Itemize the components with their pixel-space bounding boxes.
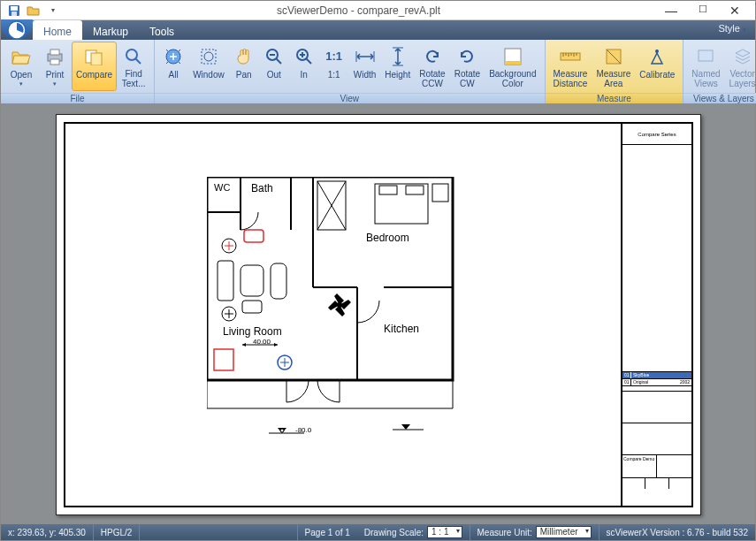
status-bar: x: 239.63, y: 405.30 HPGL/2 Page 1 of 1 … (1, 524, 755, 540)
calibrate-icon (646, 46, 668, 67)
printer-icon (44, 46, 65, 67)
rotate-ccw-button[interactable]: Rotate CCW (415, 42, 449, 91)
find-icon (123, 46, 144, 66)
tb-row-a: 01Original2002 (622, 379, 691, 386)
find-text-button[interactable]: Find Text... (117, 42, 150, 91)
measure-area-button[interactable]: Measure Area (592, 42, 635, 91)
unit-combo[interactable]: Millimeter (536, 526, 592, 538)
drawing-frame: Compare Series 01SkyBlue 01Original2002 … (64, 122, 693, 507)
compare-icon (84, 46, 105, 67)
vector-layers-button[interactable]: Vector Layers (725, 42, 756, 91)
svg-rect-48 (432, 184, 448, 202)
zoom-all-icon (163, 46, 184, 67)
zoom-in-button[interactable]: In (289, 42, 319, 91)
open-folder-icon (11, 46, 32, 67)
titlebar: ▾ scViewerDemo - compare_revA.plt — ☐ ✕ (1, 1, 755, 20)
title-block-header: Compare Series (622, 124, 691, 145)
style-dropdown[interactable]: Style ▾ (709, 20, 755, 40)
ruler-icon (560, 46, 581, 66)
svg-rect-9 (91, 53, 102, 65)
svg-rect-54 (218, 261, 233, 301)
tab-home[interactable]: Home (33, 20, 82, 40)
print-button[interactable]: Print▾ (38, 42, 72, 91)
svg-rect-2 (11, 11, 17, 16)
label-living: Living Room (223, 325, 282, 338)
svg-point-14 (204, 52, 213, 61)
rotate-ccw-icon (422, 46, 443, 66)
label-bedroom: Bedroom (366, 232, 409, 244)
status-page: Page 1 of 1 (297, 524, 357, 540)
minimize-button[interactable]: — (660, 4, 683, 18)
svg-rect-56 (271, 263, 286, 299)
tb-spacer-2 (622, 423, 691, 455)
layers-icon (732, 46, 753, 66)
dim-80: -80.0 (295, 426, 311, 434)
tb-footer: Compare Demo (622, 455, 657, 477)
svg-line-19 (306, 58, 311, 64)
scale-combo[interactable]: 1 : 1 (427, 526, 462, 538)
height-icon (387, 46, 409, 67)
close-button[interactable]: ✕ (723, 4, 746, 18)
svg-line-11 (135, 58, 141, 64)
svg-rect-47 (406, 186, 424, 194)
area-icon (603, 46, 624, 66)
app-menu-button[interactable] (1, 19, 33, 40)
qat-dropdown-icon[interactable]: ▾ (45, 3, 61, 19)
compare-button[interactable]: Compare (72, 42, 117, 91)
group-label-views-layers: Views & Layers (683, 93, 756, 103)
tb-project: 01SkyBlue (622, 372, 691, 379)
fit-height-button[interactable]: Height (380, 42, 415, 91)
window-title: scViewerDemo - compare_revA.plt (66, 4, 651, 17)
calibrate-button[interactable]: Calibrate (635, 42, 679, 91)
bg-color-icon (502, 46, 523, 66)
tab-markup[interactable]: Markup (82, 20, 139, 40)
svg-point-64 (280, 429, 284, 432)
qat-open-icon[interactable] (26, 3, 42, 19)
qat-save-icon[interactable] (6, 3, 22, 19)
tb-bottom (622, 478, 691, 489)
svg-rect-45 (375, 184, 428, 224)
label-wc: WC (214, 182, 230, 193)
pan-button[interactable]: Pan (229, 42, 259, 91)
one-to-one-icon: 1:1 (324, 46, 345, 67)
named-views-button[interactable]: Named Views (687, 42, 724, 91)
svg-rect-7 (50, 59, 59, 65)
open-button[interactable]: Open▾ (4, 42, 38, 91)
zoom-window-button[interactable]: Window (188, 42, 229, 91)
named-views-icon (695, 46, 716, 66)
quick-access-toolbar: ▾ (1, 3, 66, 19)
maximize-button[interactable]: ☐ (691, 4, 714, 18)
measure-distance-button[interactable]: Measure Distance (549, 42, 592, 91)
svg-rect-58 (214, 349, 233, 370)
svg-line-17 (276, 58, 281, 64)
svg-rect-32 (207, 177, 453, 380)
label-bath: Bath (251, 182, 273, 194)
status-coords: x: 239.63, y: 405.30 (1, 524, 94, 540)
floor-plan: WC Bath Bedroom Living Room Kitchen 40.0… (207, 177, 472, 414)
window-controls: — ☐ ✕ (651, 4, 755, 18)
group-views-layers: Named Views Vector Layers Views & Layers (683, 40, 756, 103)
dim-40: 40.00 (253, 338, 271, 346)
group-file: Open▾ Print▾ Compare Find Text... File (1, 40, 155, 103)
rotate-cw-button[interactable]: Rotate CW (450, 42, 485, 91)
svg-rect-57 (242, 301, 262, 313)
status-version: scViewerX Version : 6.76 - build 532 (599, 524, 755, 540)
status-scale-label: Drawing Scale: (364, 528, 424, 537)
pan-hand-icon (233, 46, 255, 67)
group-label-file: File (1, 93, 154, 103)
svg-rect-29 (699, 50, 713, 61)
fit-width-button[interactable]: Width (349, 42, 381, 91)
zoom-window-icon (198, 46, 219, 67)
zoom-out-button[interactable]: Out (259, 42, 289, 91)
svg-rect-13 (202, 50, 216, 64)
status-scale: Drawing Scale: 1 : 1 (357, 524, 470, 540)
svg-rect-6 (50, 50, 59, 55)
drawing-canvas[interactable]: D E M O Compare Series 01SkyBlue 01Origi… (1, 103, 755, 524)
title-block: Compare Series 01SkyBlue 01Original2002 … (621, 124, 691, 506)
status-unit: Measure Unit: Millimeter (470, 524, 599, 540)
one-to-one-button[interactable]: 1:11:1 (319, 42, 349, 91)
tab-tools[interactable]: Tools (139, 20, 185, 40)
svg-rect-25 (505, 61, 521, 65)
background-color-button[interactable]: Background Color (485, 42, 540, 91)
zoom-all-button[interactable]: All (158, 42, 188, 91)
